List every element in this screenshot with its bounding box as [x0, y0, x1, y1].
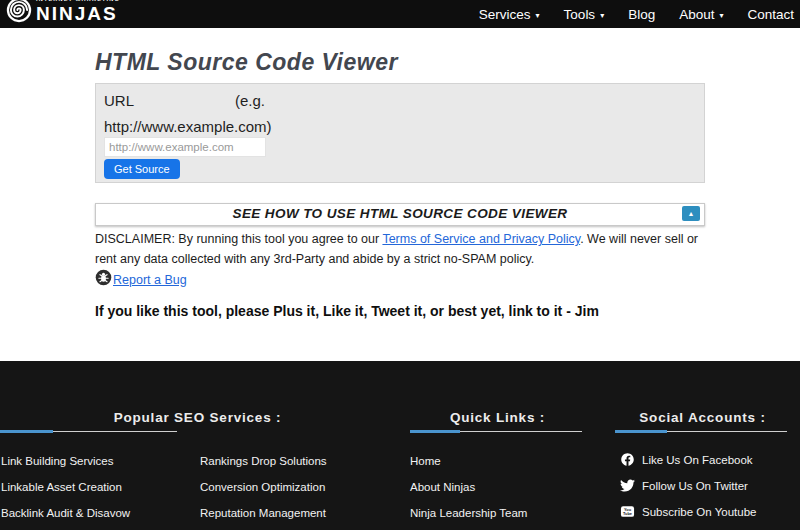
social-facebook[interactable]: Like Us On Facebook — [620, 452, 753, 467]
footer-link-rankings-drop[interactable]: Rankings Drop Solutions — [200, 455, 327, 467]
social-twitter-label: Follow Us On Twitter — [642, 480, 748, 492]
disclaimer-text: DISCLAIMER: By running this tool you agr… — [95, 229, 713, 269]
how-to-use-collapse-bar[interactable]: SEE HOW TO USE HTML SOURCE CODE VIEWER ▲ — [95, 203, 705, 226]
social-twitter[interactable]: Follow Us On Twitter — [620, 478, 748, 493]
nav-tools[interactable]: Tools▾ — [564, 7, 605, 22]
logo-name: NINJAS — [36, 4, 120, 23]
footer-heading-seo-services: Popular SEO Services : — [0, 410, 395, 425]
main-nav: Services▾ Tools▾ Blog About▾ Contact — [479, 0, 794, 28]
footer-link-home[interactable]: Home — [410, 455, 441, 467]
spiral-logo-icon — [6, 0, 32, 23]
report-bug-link[interactable]: Report a Bug — [113, 273, 187, 287]
footer-link-about-ninjas[interactable]: About Ninjas — [410, 481, 475, 493]
footer-link-link-building[interactable]: Link Building Services — [1, 455, 114, 467]
bug-icon — [95, 269, 112, 290]
nav-contact[interactable]: Contact — [747, 7, 794, 22]
how-to-use-label: SEE HOW TO USE HTML SOURCE CODE VIEWER — [96, 206, 704, 221]
footer-link-linkable-asset[interactable]: Linkable Asset Creation — [1, 481, 122, 493]
footer-link-leadership[interactable]: Ninja Leadership Team — [410, 507, 527, 519]
url-input[interactable] — [104, 137, 266, 157]
nav-about[interactable]: About▾ — [679, 7, 723, 22]
nav-services[interactable]: Services▾ — [479, 7, 540, 22]
social-youtube[interactable]: You Tube Subscribe On Youtube — [620, 504, 756, 519]
heading-underline-accent — [0, 430, 53, 433]
page-title: HTML Source Code Viewer — [95, 49, 398, 76]
twitter-icon — [620, 478, 635, 493]
chevron-down-icon: ▾ — [719, 11, 723, 20]
chevron-down-icon: ▾ — [536, 11, 540, 20]
youtube-icon: You Tube — [620, 504, 635, 519]
report-bug-row: Report a Bug — [95, 269, 187, 290]
chevron-down-icon: ▾ — [600, 11, 604, 20]
facebook-icon — [620, 452, 635, 467]
nav-blog[interactable]: Blog — [628, 7, 655, 22]
ninjas-logo[interactable]: INTERNET MARKETING NINJAS — [6, 0, 120, 23]
page: INTERNET MARKETING NINJAS Services▾ Tool… — [0, 0, 800, 530]
social-facebook-label: Like Us On Facebook — [642, 454, 753, 466]
footer: Popular SEO Services : Quick Links : Soc… — [0, 361, 800, 530]
svg-text:Tube: Tube — [623, 511, 633, 516]
cta-text: If you like this tool, please Plus it, L… — [95, 303, 599, 319]
footer-link-backlink-audit[interactable]: Backlink Audit & Disavow — [1, 507, 130, 519]
heading-underline-accent — [615, 430, 667, 433]
disclaimer-part1: DISCLAIMER: By running this tool you agr… — [95, 232, 382, 246]
footer-link-conversion-opt[interactable]: Conversion Optimization — [200, 481, 325, 493]
terms-privacy-link[interactable]: Terms of Service and Privacy Policy — [382, 232, 580, 246]
url-label: URL(e.g. http://www.example.com) — [104, 88, 272, 140]
get-source-button[interactable]: Get Source — [104, 159, 180, 179]
collapse-up-arrow-button[interactable]: ▲ — [682, 206, 700, 221]
footer-heading-quick-links: Quick Links : — [400, 410, 595, 425]
url-form-panel: URL(e.g. http://www.example.com) Get Sou… — [95, 83, 705, 183]
top-nav-bar: INTERNET MARKETING NINJAS Services▾ Tool… — [0, 0, 800, 28]
heading-underline-accent — [410, 430, 460, 433]
social-youtube-label: Subscribe On Youtube — [642, 506, 756, 518]
footer-link-reputation-mgmt[interactable]: Reputation Management — [200, 507, 326, 519]
footer-heading-social: Social Accounts : — [605, 410, 800, 425]
